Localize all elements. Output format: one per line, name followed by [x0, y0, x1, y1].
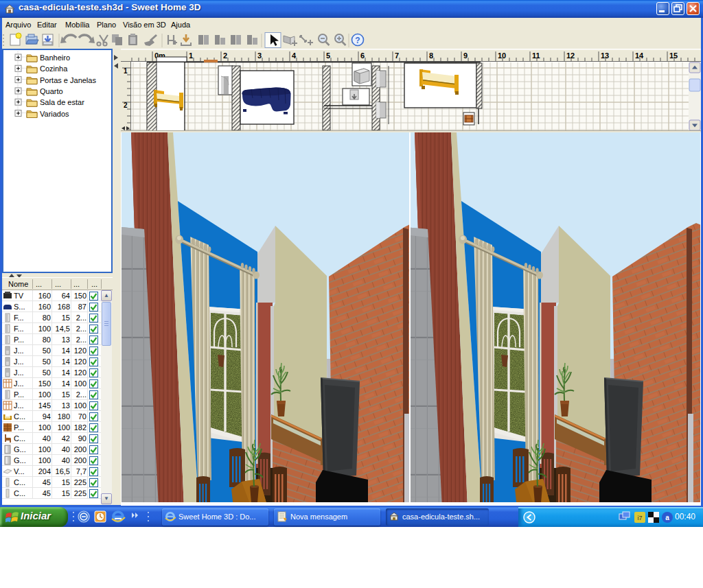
svg-text:10: 10: [498, 51, 506, 60]
svg-text:?: ?: [355, 36, 360, 45]
svg-text:6: 6: [360, 51, 365, 60]
svg-text:15: 15: [669, 51, 678, 60]
svg-text:2: 2: [223, 51, 227, 60]
svg-text:Variados: Variados: [40, 110, 69, 118]
svg-text:14: 14: [635, 51, 644, 60]
svg-text:1: 1: [189, 51, 193, 60]
svg-text:3: 3: [257, 51, 262, 60]
svg-text:12: 12: [566, 51, 575, 60]
svg-text:11: 11: [532, 51, 540, 60]
svg-text:8: 8: [429, 51, 433, 60]
svg-text:5: 5: [326, 51, 330, 60]
svg-text:Banheiro: Banheiro: [40, 54, 70, 62]
svg-text:2: 2: [124, 102, 128, 109]
svg-text:7: 7: [395, 51, 399, 60]
svg-text:1: 1: [124, 67, 128, 75]
svg-text:Sala de estar: Sala de estar: [40, 98, 84, 106]
svg-text:4: 4: [292, 51, 297, 60]
svg-text:13: 13: [601, 51, 609, 60]
svg-text:Portas e Janelas: Portas e Janelas: [40, 76, 96, 84]
svg-text:Cozinha: Cozinha: [40, 64, 68, 73]
svg-text:9: 9: [463, 51, 468, 60]
svg-text:Quarto: Quarto: [40, 87, 63, 95]
svg-text:a: a: [665, 514, 669, 521]
svg-text:i7: i7: [637, 515, 642, 521]
